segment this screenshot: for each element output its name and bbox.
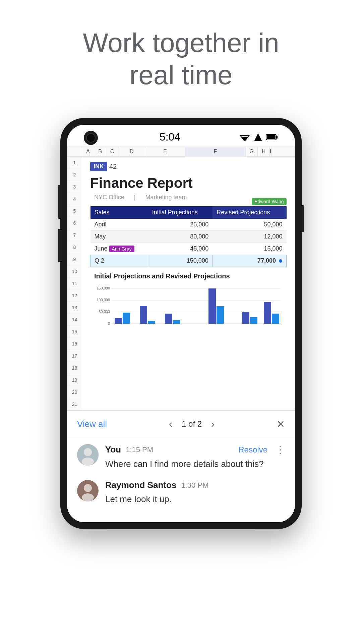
svg-text:0: 0 xyxy=(108,321,110,325)
close-button[interactable]: ✕ xyxy=(277,418,285,430)
status-bar: 5:04 xyxy=(67,125,295,147)
svg-point-27 xyxy=(84,448,92,456)
sheet-content-area: INK 42 Finance Report NYC Office | Marke… xyxy=(82,157,295,410)
blue-dot-indicator xyxy=(279,259,282,263)
comment-time: 1:30 PM xyxy=(181,481,208,490)
svg-rect-22 xyxy=(242,312,249,324)
camera-lens xyxy=(86,133,96,143)
ink-badge-row: INK 42 xyxy=(90,162,117,171)
svg-text:50,000: 50,000 xyxy=(99,310,110,314)
svg-rect-16 xyxy=(140,306,147,324)
svg-marker-2 xyxy=(254,133,262,141)
svg-rect-5 xyxy=(267,135,276,139)
comment-time: 1:15 PM xyxy=(126,445,153,454)
col-header-h: H xyxy=(258,147,270,156)
chart-title: Initial Projections and Revised Projecti… xyxy=(94,272,283,280)
comment-header: Raymond Santos 1:30 PM xyxy=(105,480,285,490)
bar-chart: 150,000 100,000 50,000 0 xyxy=(94,283,283,330)
status-time: 5:04 xyxy=(160,131,180,143)
row-numbers: 1 2 3 4 5 6 7 8 9 10 11 12 13 14 xyxy=(67,157,82,410)
avatar xyxy=(77,480,99,501)
svg-rect-19 xyxy=(173,320,180,324)
svg-point-31 xyxy=(82,493,94,501)
avatar xyxy=(77,444,99,466)
svg-point-30 xyxy=(84,484,92,492)
table-row-q2: Q 2 150,000 77,000 xyxy=(90,255,287,267)
col-header-e: E xyxy=(145,147,185,156)
comment-header: You 1:15 PM Resolve ⋮ xyxy=(105,444,285,455)
wifi-icon xyxy=(239,133,250,141)
comment-author: Raymond Santos xyxy=(105,480,176,490)
phone-shell: 5:04 xyxy=(60,118,302,529)
comment-item: You 1:15 PM Resolve ⋮ Where can I find m… xyxy=(77,444,285,470)
chart-section: Initial Projections and Revised Projecti… xyxy=(90,272,287,334)
th-revised: Revised Projections Edward Wang xyxy=(213,206,286,219)
more-options-button[interactable]: ⋮ xyxy=(276,444,285,455)
comment-text: Let me look it up. xyxy=(105,493,285,505)
comment-item: Raymond Santos 1:30 PM Let me look it up… xyxy=(77,480,285,505)
col-header-i: I xyxy=(270,147,272,156)
sheet-body: 1 2 3 4 5 6 7 8 9 10 11 12 13 14 xyxy=(67,157,295,410)
comment-text: Where can I find more details about this… xyxy=(105,458,285,470)
svg-rect-21 xyxy=(217,306,224,324)
column-headers: A B C D E F G H I xyxy=(67,147,295,157)
avatar-you-image xyxy=(77,444,99,466)
hero-title: Work together in real time xyxy=(63,27,299,91)
svg-rect-14 xyxy=(115,318,122,324)
comment-toolbar[interactable]: View all ‹ 1 of 2 › ✕ xyxy=(67,411,295,437)
table-row: May 80,000 12,000 xyxy=(90,231,287,243)
spreadsheet: A B C D E F G H I 1 2 3 4 xyxy=(67,147,295,411)
ink-label: INK xyxy=(90,162,107,171)
svg-rect-15 xyxy=(123,313,130,324)
svg-rect-17 xyxy=(148,321,155,324)
comment-author: You xyxy=(105,444,121,455)
table-row: April 25,000 50,000 xyxy=(90,219,287,231)
table-wrapper: Sales Initial Projections Revised Projec… xyxy=(90,206,287,267)
svg-point-28 xyxy=(82,458,94,466)
svg-rect-18 xyxy=(165,314,172,324)
ink-number: 42 xyxy=(109,163,117,170)
battery-icon xyxy=(266,134,278,141)
col-header-b: B xyxy=(94,147,106,156)
svg-rect-23 xyxy=(250,317,257,324)
signal-icon xyxy=(253,132,263,142)
comments-list: You 1:15 PM Resolve ⋮ Where can I find m… xyxy=(67,437,295,522)
resolve-button[interactable]: Resolve xyxy=(238,445,267,454)
col-header-a: A xyxy=(82,147,94,156)
col-header-g: G xyxy=(246,147,258,156)
status-icons xyxy=(239,132,278,142)
svg-rect-4 xyxy=(276,136,278,139)
phone-screen: 5:04 xyxy=(67,125,295,522)
pagination-text: 1 of 2 xyxy=(182,419,202,429)
avatar-raymond-image xyxy=(77,480,99,501)
doc-title: Finance Report xyxy=(90,175,287,191)
svg-text:150,000: 150,000 xyxy=(97,286,110,290)
next-button[interactable]: › xyxy=(208,417,217,431)
table-row: June Ann Gray 45,000 15,000 xyxy=(90,243,287,255)
table-header-row: Sales Initial Projections Revised Projec… xyxy=(90,206,287,219)
phone-mockup: 5:04 xyxy=(60,118,302,529)
document-content: INK 42 Finance Report NYC Office | Marke… xyxy=(82,157,295,340)
finance-table: Sales Initial Projections Revised Projec… xyxy=(90,206,287,267)
pagination-controls: ‹ 1 of 2 › xyxy=(166,417,217,431)
comment-body: You 1:15 PM Resolve ⋮ Where can I find m… xyxy=(105,444,285,470)
svg-rect-20 xyxy=(208,288,216,324)
ann-gray-badge: Ann Gray xyxy=(109,246,134,252)
prev-button[interactable]: ‹ xyxy=(166,417,175,431)
edward-wang-badge: Edward Wang xyxy=(252,198,286,205)
col-header-d: D xyxy=(118,147,145,156)
svg-text:100,000: 100,000 xyxy=(97,298,110,302)
svg-rect-25 xyxy=(272,314,279,324)
camera-cutout xyxy=(84,131,98,145)
th-sales: Sales xyxy=(90,206,148,219)
svg-rect-24 xyxy=(264,302,271,324)
col-header-c: C xyxy=(106,147,118,156)
comment-body: Raymond Santos 1:30 PM Let me look it up… xyxy=(105,480,285,505)
th-initial: Initial Projections xyxy=(148,206,213,219)
comment-panel: View all ‹ 1 of 2 › ✕ xyxy=(67,411,295,522)
col-header-f: F xyxy=(185,147,246,156)
view-all-button[interactable]: View all xyxy=(77,419,107,429)
chart-area: 150,000 100,000 50,000 0 xyxy=(94,283,283,330)
